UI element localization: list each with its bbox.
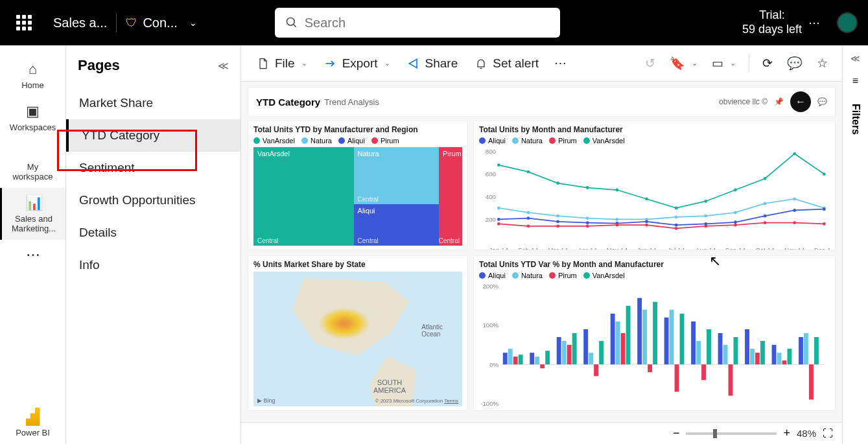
- svg-text:Feb-14: Feb-14: [532, 409, 552, 411]
- share-icon: [407, 57, 420, 70]
- collapse-pages-icon[interactable]: ≪: [218, 60, 229, 72]
- bell-icon: [475, 57, 487, 70]
- filters-pane-collapsed: ≪ ≡ Filters: [842, 45, 868, 444]
- file-menu[interactable]: File ⌄: [250, 53, 314, 75]
- page-item-details[interactable]: Details: [66, 216, 240, 249]
- svg-point-39: [734, 220, 737, 224]
- sensitivity-label: Con...: [143, 16, 177, 30]
- more-commands[interactable]: ⋯: [549, 52, 572, 75]
- set-alert-button[interactable]: Set alert: [468, 53, 545, 75]
- chevron-down-icon: ⌄: [384, 59, 390, 67]
- bookmark-icon: 🔖: [670, 56, 685, 71]
- svg-text:Mar-14: Mar-14: [548, 246, 568, 250]
- svg-rect-79: [540, 364, 545, 368]
- svg-rect-84: [567, 345, 572, 364]
- search-input[interactable]: [305, 16, 550, 30]
- zoom-slider[interactable]: [686, 432, 777, 435]
- svg-point-45: [556, 224, 559, 228]
- svg-text:Nov-14: Nov-14: [784, 246, 805, 250]
- legend-item: Natura: [311, 137, 332, 145]
- svg-rect-123: [777, 353, 782, 364]
- svg-text:May-14: May-14: [607, 246, 628, 250]
- svg-point-53: [793, 221, 796, 224]
- report-canvas[interactable]: YTD Category Trend Analysis obvience llc…: [241, 82, 842, 444]
- expand-filters-icon[interactable]: ≪: [850, 53, 860, 64]
- viz-treemap[interactable]: Total Units YTD by Manufacturer and Regi…: [248, 121, 468, 250]
- treemap-body[interactable]: VanArsdelCentral NaturaCentral AliquiCen…: [253, 147, 462, 246]
- view-menu[interactable]: ▭⌄: [707, 52, 741, 75]
- viz-bar-chart[interactable]: Total Units YTD Var % by Month and Manuf…: [473, 255, 836, 411]
- zoom-out-button[interactable]: −: [673, 426, 680, 440]
- comment-icon[interactable]: 💬: [817, 97, 827, 106]
- nav-home[interactable]: ⌂ Home: [0, 54, 65, 97]
- powerbi-icon: [26, 408, 40, 426]
- viz-map[interactable]: % Units Market Share by State Atlantic O…: [248, 255, 468, 411]
- map-terms-link[interactable]: Terms: [444, 398, 458, 404]
- nav-workspaces[interactable]: ▣ Workspaces: [0, 97, 65, 139]
- map-body[interactable]: Atlantic Ocean SOUTH AMERICA ▶ Bing © 20…: [253, 272, 462, 406]
- zoom-thumb[interactable]: [713, 429, 717, 438]
- app-launcher[interactable]: [10, 9, 38, 36]
- viz-line-chart[interactable]: Total Units by Month and Manufacturer Al…: [473, 121, 836, 250]
- svg-point-50: [704, 224, 707, 228]
- nav-current-workspace[interactable]: 📊 Sales and Marketing...: [0, 188, 65, 240]
- svg-point-29: [793, 198, 796, 201]
- refresh-button[interactable]: ⟳: [757, 52, 778, 75]
- fit-page-button[interactable]: ⛶: [823, 428, 833, 439]
- svg-text:Aug-14: Aug-14: [696, 246, 716, 250]
- svg-text:May-14: May-14: [612, 409, 633, 411]
- svg-rect-107: [691, 321, 696, 364]
- nav-current-l1: Sales and: [3, 214, 64, 224]
- line-chart-body[interactable]: 200400600800Jan-14Feb-14Mar-14Apr-14May-…: [479, 147, 830, 250]
- favorite-button[interactable]: ☆: [812, 52, 833, 75]
- svg-point-17: [793, 152, 796, 156]
- svg-text:Dec-14: Dec-14: [801, 409, 821, 411]
- separator: [749, 54, 749, 73]
- share-button[interactable]: Share: [401, 53, 465, 75]
- export-menu[interactable]: Export ⌄: [318, 53, 397, 75]
- search-box[interactable]: [275, 8, 560, 38]
- trial-line2: 59 days left: [742, 23, 802, 37]
- pages-header: Pages: [78, 57, 120, 74]
- reset-button[interactable]: ↺: [640, 52, 661, 75]
- file-label: File: [275, 56, 295, 71]
- svg-point-20: [527, 211, 530, 215]
- back-arrow-button[interactable]: ←: [790, 91, 811, 112]
- nav-rail: ⌂ Home ▣ Workspaces My workspace 📊 Sales…: [0, 45, 66, 444]
- page-item-info[interactable]: Info: [66, 249, 240, 281]
- svg-text:Jul-14: Jul-14: [668, 246, 685, 250]
- more-options-icon[interactable]: ⋯: [808, 16, 820, 30]
- nav-my-workspace[interactable]: My workspace: [0, 156, 65, 188]
- filters-icon[interactable]: ≡: [852, 75, 858, 87]
- zoom-in-button[interactable]: +: [783, 426, 790, 440]
- pages-panel: Pages ≪ Market Share YTD Category Sentim…: [66, 45, 241, 444]
- viz-title: % Units Market Share by State: [253, 260, 462, 269]
- nav-more[interactable]: ⋯: [0, 240, 65, 272]
- bar-chart-body[interactable]: -100%0%100%200%Jan-14Feb-14Mar-14Apr-14M…: [479, 282, 830, 411]
- bookmark-menu[interactable]: 🔖⌄: [664, 52, 703, 75]
- waffle-icon: [16, 15, 32, 30]
- svg-rect-114: [729, 364, 733, 395]
- svg-rect-77: [530, 353, 534, 364]
- app-title[interactable]: Sales a...: [53, 16, 107, 30]
- page-item-market-share[interactable]: Market Share: [66, 87, 240, 119]
- svg-point-49: [675, 227, 678, 230]
- svg-text:100%: 100%: [482, 321, 499, 329]
- filters-label[interactable]: Filters: [850, 104, 862, 135]
- nav-powerbi[interactable]: Power BI: [0, 401, 65, 444]
- pin-icon[interactable]: 📌: [774, 97, 784, 106]
- divider: [116, 13, 117, 32]
- comment-button[interactable]: 💬: [782, 52, 808, 75]
- page-item-sentiment[interactable]: Sentiment: [66, 152, 240, 184]
- svg-rect-112: [718, 333, 723, 364]
- svg-point-10: [586, 186, 589, 189]
- sensitivity-dropdown[interactable]: 🛡 Con... ⌄: [126, 16, 196, 30]
- trial-status[interactable]: Trial: 59 days left: [742, 8, 802, 36]
- svg-text:600: 600: [486, 170, 497, 178]
- page-item-ytd-category[interactable]: YTD Category: [66, 119, 240, 152]
- svg-rect-99: [648, 364, 652, 372]
- user-avatar[interactable]: [837, 12, 858, 33]
- page-item-growth[interactable]: Growth Opportunities: [66, 184, 240, 216]
- map-sa-label: SOUTH AMERICA: [373, 379, 406, 394]
- svg-point-15: [734, 189, 737, 192]
